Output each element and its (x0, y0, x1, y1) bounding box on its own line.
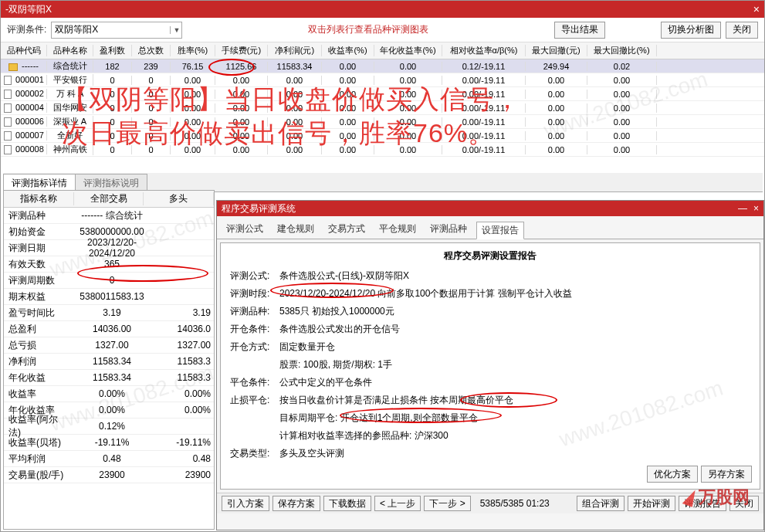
indicator-header-cell: 全部交易 (74, 192, 144, 205)
main-window: -双阴等阳X × 评测条件: 双阴等阳X ▼ 双击列表行查看品种评测图表 导出结… (0, 0, 765, 532)
document-icon (4, 117, 12, 127)
table-row[interactable]: 000002万 科 A000.000.000.000.000.000.00/-1… (1, 87, 764, 101)
condition-combo[interactable]: 双阴等阳X ▼ (51, 22, 182, 39)
bottom-button[interactable]: 组合评测 (577, 496, 625, 511)
indicator-header: 指标名称全部交易多头 (4, 191, 214, 208)
table-row[interactable]: 000006深振业 A000.000.000.000.000.000.00/-1… (1, 115, 764, 129)
indicator-row[interactable]: 评测周期数0 (4, 273, 214, 289)
report-line: 股票: 100股, 期货/期权: 1手 (230, 357, 750, 371)
report-title: 程序交易评测设置报告 (230, 249, 750, 263)
grid-header-cell[interactable]: 最大回撤(元) (526, 45, 587, 56)
grid-header-cell[interactable]: 胜率(%) (171, 45, 215, 56)
close-icon[interactable]: × (753, 3, 760, 15)
combo-value: 双阴等阳X (55, 23, 98, 36)
document-icon (4, 90, 12, 99)
bottom-button[interactable]: < 上一步 (374, 496, 421, 511)
grid-header-cell[interactable]: 净利润(元) (268, 45, 322, 56)
report-line: 评测时段:2023/12/20-2024/12/20 向前多取100个数据用于计… (230, 286, 750, 300)
indicator-row[interactable]: 收益率(阿尔法)0.12% (4, 418, 214, 435)
sub-tab[interactable]: 设置报告 (476, 222, 524, 239)
sub-window: 程序交易评测系统 — × 评测公式建仓规则交易方式平仓规则评测品种设置报告 程序… (216, 200, 764, 530)
report-line: 开仓条件:条件选股公式发出的开仓信号 (230, 322, 750, 336)
sub-tab[interactable]: 建仓规则 (272, 221, 319, 239)
report-line: 计算相对收益率选择的参照品种: 沪深300 (230, 429, 750, 442)
switch-chart-button[interactable]: 切换分析图 (661, 22, 721, 39)
window-title: -双阴等阳X (5, 3, 753, 16)
sub-tabs: 评测公式建仓规则交易方式平仓规则评测品种设置报告 (217, 216, 763, 239)
report-line: 平仓条件:公式中定义的平仓条件 (230, 375, 750, 389)
bottom-button[interactable]: 引入方案 (222, 496, 269, 511)
report-line: 目标周期平仓: 开仓达到1个周期,则全部数量平仓 (230, 411, 750, 425)
table-row[interactable]: 000001平安银行000.000.000.000.000.000.00/-19… (1, 73, 764, 87)
grid-header-cell[interactable]: 最大回撤比(%) (587, 45, 657, 56)
indicator-header-cell: 指标名称 (4, 192, 74, 205)
bottom-button[interactable]: 下一步 > (424, 496, 470, 511)
sub-tab[interactable]: 平仓规则 (374, 221, 421, 239)
logo: 万股网 (685, 486, 750, 509)
indicator-row[interactable]: 年化收益11583.3411583.3 (4, 370, 214, 386)
report-line: 开仓方式:固定数量开仓 (230, 340, 750, 354)
toolbar: 评测条件: 双阴等阳X ▼ 双击列表行查看品种评测图表 导出结果 切换分析图 关… (1, 18, 764, 42)
sub-tab[interactable]: 评测公式 (222, 221, 268, 239)
chevron-down-icon: ▼ (170, 26, 180, 34)
report-line: 交易类型:多头及空头评测 (230, 446, 750, 460)
saveas-button[interactable]: 另存方案 (701, 466, 752, 483)
indicator-row[interactable]: 总亏损1327.001327.00 (4, 337, 214, 354)
report-line: 止损平仓:按当日收盘价计算是否满足止损条件 按本周期最高价平仓 (230, 393, 750, 407)
document-icon (4, 145, 12, 154)
indicator-header-cell: 多头 (144, 192, 214, 205)
sub-tab[interactable]: 交易方式 (323, 221, 370, 239)
indicator-row[interactable]: 收益率0.00%0.00% (4, 386, 214, 402)
grid-header-cell[interactable]: 品种名称 (47, 45, 93, 56)
report-line: 评测品种:5385只 初始投入1000000元 (230, 304, 750, 318)
export-button[interactable]: 导出结果 (554, 22, 605, 39)
bottom-button[interactable]: 开始评测 (628, 496, 675, 511)
table-row[interactable]: 000008神州高铁000.000.000.000.000.000.00/-19… (1, 143, 764, 157)
optimize-button[interactable]: 优化方案 (647, 466, 698, 483)
status-text: 5385/5385 01:23 (474, 498, 556, 509)
grid-header-cell[interactable]: 品种代码 (1, 45, 47, 56)
grid-header-cell[interactable]: 收益率(%) (322, 45, 374, 56)
indicator-row[interactable]: 盈亏时间比3.193.19 (4, 305, 214, 321)
report-line: 评测公式:条件选股公式-(日线)-双阴等阳X (230, 269, 750, 283)
report-body: 程序交易评测设置报告 评测公式:条件选股公式-(日线)-双阴等阳X评测时段:20… (220, 242, 760, 490)
indicator-panel: 指标名称全部交易多头 评测品种------- 综合统计初始资金538000000… (3, 190, 215, 530)
bottom-button[interactable]: 下载数据 (323, 496, 371, 511)
indicator-row[interactable]: 净利润11583.3411583.3 (4, 354, 214, 370)
indicator-row[interactable]: 有效天数365 (4, 256, 214, 273)
grid-header-cell[interactable]: 相对收益率α/β(%) (442, 45, 526, 56)
indicator-row[interactable]: 评测品种------- 综合统计 (4, 208, 214, 224)
table-row[interactable]: 000004国华网安000.000.000.000.000.000.00/-19… (1, 101, 764, 115)
document-icon (4, 131, 12, 141)
grid-header-cell[interactable]: 手续费(元) (215, 45, 268, 56)
minimize-icon[interactable]: — (738, 203, 747, 214)
kite-icon (682, 487, 699, 507)
folder-icon (8, 63, 18, 71)
main-titlebar: -双阴等阳X × (1, 1, 764, 18)
sub-titlebar: 程序交易评测系统 — × (217, 201, 763, 216)
bottom-button[interactable]: 保存方案 (272, 496, 320, 511)
grid-body: ------综合统计18223976.151125.6611583.340.00… (1, 59, 764, 157)
grid-header-cell[interactable]: 总次数 (132, 45, 171, 56)
logo-text: 万股网 (699, 486, 750, 509)
condition-label: 评测条件: (7, 23, 46, 36)
grid-header: 品种代码品种名称盈利数总次数胜率(%)手续费(元)净利润(元)收益率(%)年化收… (1, 42, 764, 59)
sub-tab[interactable]: 评测品种 (425, 221, 472, 239)
hint-text: 双击列表行查看品种评测图表 (187, 23, 550, 36)
close-icon[interactable]: × (753, 203, 759, 214)
document-icon (4, 103, 12, 113)
indicator-row[interactable]: 评测日期2023/12/20-2024/12/20 (4, 240, 214, 256)
sub-window-title: 程序交易评测系统 (222, 202, 738, 215)
grid-header-cell[interactable]: 盈利数 (93, 45, 132, 56)
indicator-row[interactable]: 平均利润0.480.48 (4, 451, 214, 467)
close-button[interactable]: 关闭 (726, 22, 758, 39)
indicator-row[interactable]: 总盈利14036.0014036.0 (4, 321, 214, 337)
table-row[interactable]: ------综合统计18223976.151125.6611583.340.00… (1, 59, 764, 73)
indicator-row[interactable]: 交易量(股/手)2390023900 (4, 467, 214, 483)
table-row[interactable]: 000007全新好000.000.000.000.000.000.00/-19.… (1, 129, 764, 143)
document-icon (4, 76, 12, 85)
indicator-row[interactable]: 期末权益538001158​3.13 (4, 289, 214, 305)
grid-header-cell[interactable]: 年化收益率(%) (374, 45, 442, 56)
indicator-row[interactable]: 收益率(贝塔)-19.11%-19.11% (4, 435, 214, 451)
